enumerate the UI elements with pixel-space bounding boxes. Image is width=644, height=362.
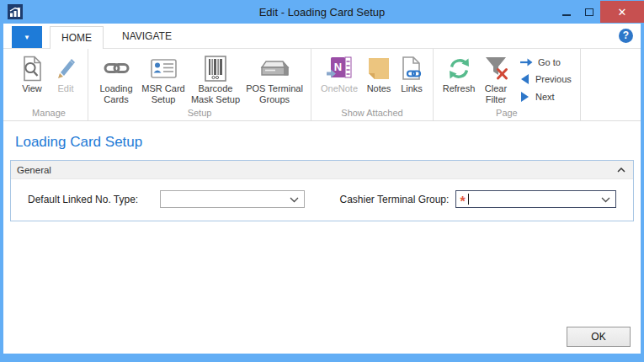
chevron-down-icon[interactable] xyxy=(290,197,299,203)
ribbon-group-label: Manage xyxy=(15,106,82,120)
ribbon-group-label: Show Attached xyxy=(317,106,428,120)
maximize-icon xyxy=(585,8,593,16)
close-button[interactable]: ✕ xyxy=(600,1,644,23)
ribbon-group-show-attached: N OneNote Notes xyxy=(311,49,434,120)
minimize-icon xyxy=(562,14,571,16)
chevron-down-icon[interactable] xyxy=(601,197,610,203)
cashier-terminal-group-combobox[interactable]: * xyxy=(455,190,617,208)
ok-button[interactable]: OK xyxy=(567,327,631,347)
barcode-icon xyxy=(205,53,226,83)
page-content: Loading Card Setup General Default Linke… xyxy=(3,121,641,354)
minimize-button[interactable] xyxy=(555,1,577,23)
window-title: Edit - Loading Card Setup xyxy=(0,6,644,19)
app-chart-icon xyxy=(8,4,23,19)
page-nav-buttons: Go to Previous Next xyxy=(513,51,575,106)
field-default-linked-no-type: Default Linked No. Type: xyxy=(28,190,305,208)
previous-button[interactable]: Previous xyxy=(519,73,572,86)
ribbon-group-manage: View Edit Manage xyxy=(10,49,88,120)
ribbon-tab-row: ▼ HOME NAVIGATE ? xyxy=(3,24,641,49)
maximize-button[interactable] xyxy=(577,1,600,23)
view-button[interactable]: View xyxy=(15,51,49,106)
onenote-icon: N xyxy=(327,53,352,83)
refresh-button[interactable]: Refresh xyxy=(439,51,479,106)
fasttab-title: General xyxy=(17,165,51,175)
chevron-down-icon: ▼ xyxy=(24,34,30,41)
notes-button[interactable]: Notes xyxy=(362,51,396,106)
id-card-icon xyxy=(151,53,177,83)
view-document-magnifier-icon xyxy=(22,53,43,83)
refresh-icon xyxy=(446,53,472,83)
filter-x-icon xyxy=(484,53,508,83)
edit-button: Edit xyxy=(49,51,82,106)
go-to-button[interactable]: Go to xyxy=(519,56,572,68)
next-button[interactable]: Next xyxy=(519,90,572,103)
chevron-up-icon[interactable] xyxy=(617,168,625,173)
arrow-right-icon xyxy=(519,57,533,67)
pos-terminal-groups-button[interactable]: POS Terminal Groups xyxy=(243,51,306,106)
window-controls: ✕ xyxy=(555,1,644,23)
window-body: ▼ HOME NAVIGATE ? xyxy=(3,24,641,354)
field-label: Cashier Terminal Group: xyxy=(340,194,448,205)
links-button[interactable]: Links xyxy=(396,51,428,106)
tab-navigate[interactable]: NAVIGATE xyxy=(111,25,183,48)
ribbon-group-setup: Loading Cards xyxy=(88,49,311,120)
fasttab-body: Default Linked No. Type: Cashier Termina… xyxy=(11,179,633,221)
ribbon: View Edit Manage xyxy=(3,49,641,121)
sticky-note-icon xyxy=(368,53,390,83)
fasttab-general: General Default Linked No. Type: xyxy=(10,160,634,221)
ribbon-group-page: Refresh Clear Filter xyxy=(434,49,581,120)
app-menu-button[interactable]: ▼ xyxy=(12,26,42,48)
msr-card-setup-button[interactable]: MSR Card Setup xyxy=(139,51,188,106)
field-cashier-terminal-group: Cashier Terminal Group: * xyxy=(340,190,617,208)
document-link-icon xyxy=(402,53,422,83)
svg-text:N: N xyxy=(334,61,342,73)
titlebar: Edit - Loading Card Setup ✕ xyxy=(0,0,644,24)
clear-filter-button[interactable]: Clear Filter xyxy=(479,51,513,106)
close-icon: ✕ xyxy=(618,6,627,19)
ribbon-group-label: Page xyxy=(439,106,575,120)
chain-link-icon xyxy=(104,53,130,83)
pencil-icon xyxy=(54,53,77,83)
window-edit-loading-card-setup: Edit - Loading Card Setup ✕ ▼ HOME NAVIG… xyxy=(0,0,644,362)
triangle-left-icon xyxy=(519,73,530,85)
barcode-mask-setup-button[interactable]: Barcode Mask Setup xyxy=(188,51,243,106)
tab-home[interactable]: HOME xyxy=(50,26,104,49)
loading-cards-button[interactable]: Loading Cards xyxy=(93,51,139,106)
text-cursor xyxy=(468,194,469,205)
onenote-button: N OneNote xyxy=(317,51,362,106)
ribbon-group-label: Setup xyxy=(93,106,306,120)
default-linked-no-type-combobox[interactable] xyxy=(160,190,305,208)
help-button[interactable]: ? xyxy=(619,29,633,43)
page-title: Loading Card Setup xyxy=(15,134,641,151)
field-label: Default Linked No. Type: xyxy=(28,194,152,205)
pos-terminal-icon xyxy=(259,53,290,83)
fasttab-header[interactable]: General xyxy=(11,161,633,179)
triangle-right-icon xyxy=(519,91,530,103)
question-mark-icon: ? xyxy=(623,29,629,41)
required-field-asterisk: * xyxy=(460,194,466,205)
